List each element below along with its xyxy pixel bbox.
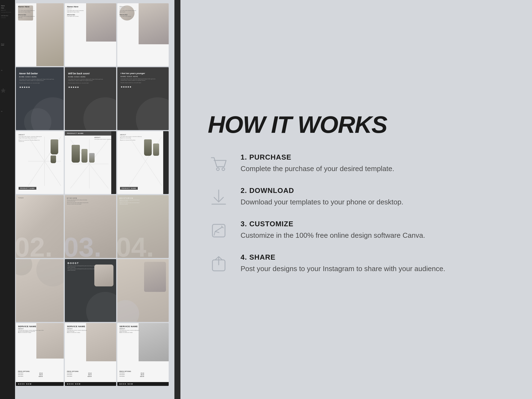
step-purchase-content: 1. PURCHASE Complete the purchase of you…: [241, 153, 394, 174]
template-card-profile-2: Name Here About Lorem ipsum dolor sit am…: [65, 3, 116, 66]
template-card-product-1: About Lorem ipsum dolor sit amet, consec…: [16, 131, 64, 194]
template-card-profile-1: Name Here About Lorem ipsum dolor sit am…: [16, 3, 64, 66]
download-icon: [208, 186, 230, 208]
how-it-works-title: HOW IT WORKS: [208, 113, 510, 137]
svg-line-15: [215, 227, 222, 231]
step-download-desc: Download your templates to your phone or…: [241, 197, 403, 207]
step-download-content: 2. DOWNLOAD Download your templates to y…: [241, 186, 403, 207]
template-card-profile-3: Name... About Lorem ipsum dolor sit amet…: [117, 3, 169, 66]
template-card-service-3: SERVICE NAME About Lorem ipsum dolor sit…: [117, 323, 169, 386]
svg-point-10: [217, 168, 219, 171]
how-it-works-panel: HOW IT WORKS 1. PURCHASE Complete the pu…: [180, 0, 532, 399]
step-number-02: 02.: [16, 233, 52, 258]
step-share: 4. SHARE Post your designs to your Insta…: [208, 253, 510, 275]
step-purchase-desc: Complete the purchase of your desired te…: [241, 164, 394, 174]
template-card-step-02: TONER 02.: [16, 195, 64, 258]
template-card-review-2: Will be back soon! NAME GOES HERE Lorem …: [65, 67, 116, 130]
template-card-beauty-3: [117, 259, 169, 322]
edit-icon: [208, 220, 230, 242]
svg-point-11: [222, 168, 225, 171]
step-customize-content: 3. CUSTOMIZE Customize in the 100% free …: [241, 220, 425, 241]
step-customize: 3. CUSTOMIZE Customize in the 100% free …: [208, 220, 510, 242]
template-card-review-3: I feel ten years younger NAME GOES HERE …: [117, 67, 169, 130]
step-number-03: 03.: [65, 233, 101, 258]
template-card-review-1: Never felt better NAME GOES HERE Lorem i…: [16, 67, 64, 130]
template-card-boost-1: [16, 259, 64, 322]
step-customize-desc: Customize in the 100% free online design…: [241, 230, 425, 241]
template-card-step-04: MOISTURIZE Nighttime is the right time t…: [117, 195, 169, 258]
template-card-product-2: PRODUCT NAME About Lorem ipsum dolor sit…: [65, 131, 116, 194]
step-download: 2. DOWNLOAD Download your templates to y…: [208, 186, 510, 208]
share-icon: [208, 253, 230, 275]
template-card-boost-2: BOOST This is where you share something …: [65, 259, 116, 322]
template-preview-panel: NameHere About Lorem ipsum dolor sit ame…: [0, 0, 180, 399]
template-card-service-2: SERVICE NAME About Lorem ipsum dolor sit…: [65, 323, 116, 386]
cart-icon: [208, 153, 230, 175]
template-card-service-1: SERVICE NAME About Lorem ipsum dolor sit…: [16, 323, 64, 386]
template-card-step-03: EYECARE This eye cream will restore the …: [65, 195, 116, 258]
template-card-product-3: About Lorem ipsum dolor sit amet, consec…: [117, 131, 169, 194]
step-download-title: 2. DOWNLOAD: [241, 186, 403, 195]
step-share-title: 4. SHARE: [241, 253, 445, 262]
step-number-04: 04.: [117, 233, 154, 258]
step-customize-title: 3. CUSTOMIZE: [241, 220, 425, 228]
step-share-content: 4. SHARE Post your designs to your Insta…: [241, 253, 445, 274]
step-share-desc: Post your designs to your Instagram to s…: [241, 264, 445, 274]
step-purchase-title: 1. PURCHASE: [241, 153, 394, 162]
step-purchase: 1. PURCHASE Complete the purchase of you…: [208, 153, 510, 175]
